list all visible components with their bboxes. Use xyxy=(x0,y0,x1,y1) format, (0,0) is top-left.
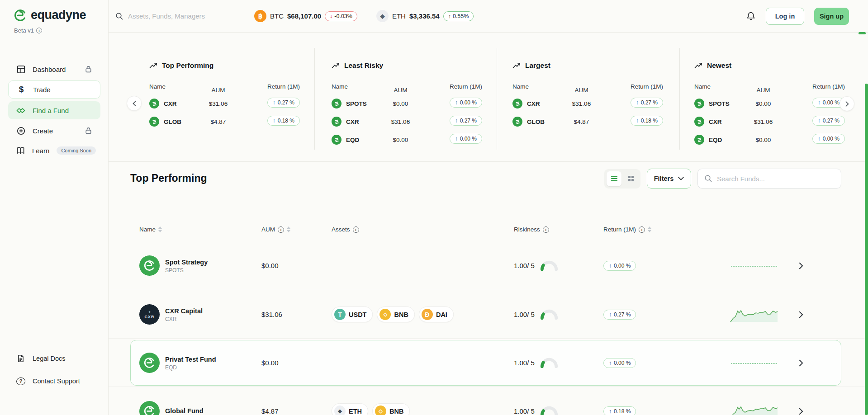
signup-button[interactable]: Sign up xyxy=(814,8,849,25)
arrow-up-icon: ↑ xyxy=(818,136,821,142)
mini-fund-row[interactable]: EQD $0.00 ↑0.00 % xyxy=(332,133,482,146)
plus-circle-icon xyxy=(16,127,25,135)
return-pill: ↑0.27 % xyxy=(631,98,663,108)
help-icon: ? xyxy=(16,377,25,385)
table-controls: Filters xyxy=(604,169,841,189)
info-icon[interactable]: i xyxy=(543,226,549,233)
info-icon[interactable]: i xyxy=(278,226,284,233)
bell-icon[interactable] xyxy=(746,11,756,21)
asset-chip-bnb: ◇BNB xyxy=(377,307,414,322)
info-icon[interactable]: i xyxy=(639,226,645,233)
price-tickers: ฿ BTC $68,107.00 ↓ -0.03% ◆ ETH $3,336.5… xyxy=(254,0,474,32)
sidebar-item-dashboard[interactable]: Dashboard xyxy=(8,61,100,78)
sidebar-item-contact-support[interactable]: ? Contact Support xyxy=(8,373,100,390)
lock-icon xyxy=(85,127,92,135)
sidebar: equadyne Beta v1 i Dashboard xyxy=(0,0,109,415)
view-toggle xyxy=(604,169,640,189)
risk-gauge xyxy=(540,358,558,368)
sidebar-item-find-a-fund[interactable]: Find a Fund xyxy=(8,101,100,119)
mini-fund-row[interactable]: CXR $31.06 ↑0.27 % xyxy=(694,115,845,128)
carousel-prev-button[interactable] xyxy=(127,96,142,111)
sparkline xyxy=(730,307,779,323)
info-icon[interactable]: i xyxy=(353,226,359,233)
dashboard-icon xyxy=(16,65,25,74)
mini-fund-row[interactable]: CXR $31.06 ↑0.27 % xyxy=(332,115,482,128)
return-pill: ↑0.27 % xyxy=(603,310,636,320)
carousel-title: Top Performing xyxy=(162,61,213,70)
return-pill: ↑0.00 % xyxy=(450,134,482,144)
arrow-up-icon: ↑ xyxy=(455,118,458,124)
sort-icon xyxy=(287,226,290,232)
chevron-right-icon[interactable] xyxy=(799,387,803,415)
horizontal-scrollbar[interactable] xyxy=(859,32,866,34)
handshake-icon xyxy=(16,107,25,114)
mini-fund-row[interactable]: GLOB $4.87 ↑0.18 % xyxy=(149,115,300,128)
eth-icon: ◆ xyxy=(376,10,389,22)
chevron-right-icon[interactable] xyxy=(799,241,803,290)
sidebar-item-legal-docs[interactable]: Legal Docs xyxy=(8,350,100,367)
fund-icon xyxy=(332,117,342,127)
vertical-scrollbar[interactable] xyxy=(865,84,868,415)
global-search-input[interactable] xyxy=(128,12,228,20)
mini-fund-row[interactable]: EQD $0.00 ↑0.00 % xyxy=(694,133,845,146)
sparkline xyxy=(730,355,779,371)
carousel-next-button[interactable] xyxy=(840,96,854,111)
carousel-title: Least Risky xyxy=(344,61,383,70)
fund-row[interactable]: Global Fund $4.87 ◆ETH ◇BNB 1.00/ 5 ↑0.1… xyxy=(109,387,868,415)
asset-chip-usdt: TUSDT xyxy=(332,307,373,322)
mini-fund-row[interactable]: GLOB $4.87 ↑0.18 % xyxy=(512,115,663,128)
asset-chip-eth: ◆ETH xyxy=(332,403,368,415)
arrow-up-icon: ↑ xyxy=(636,99,639,106)
column-header-name[interactable]: Name xyxy=(139,226,162,233)
btc-ticker: ฿ BTC $68,107.00 ↓ -0.03% xyxy=(254,10,357,22)
top-bar: ฿ BTC $68,107.00 ↓ -0.03% ◆ ETH $3,336.5… xyxy=(109,0,868,33)
sidebar-item-create[interactable]: Create xyxy=(8,122,100,139)
section-title: Top Performing xyxy=(130,172,207,184)
btc-icon: ฿ xyxy=(254,10,266,22)
list-view-button[interactable] xyxy=(607,171,621,186)
fund-icon xyxy=(332,135,342,145)
sparkline xyxy=(730,258,779,274)
return-pill: ↑0.27 % xyxy=(812,116,845,126)
coming-soon-badge: Coming Soon xyxy=(57,146,96,155)
highlights-carousel: Top Performing Name AUM Return (1M) CXR … xyxy=(109,33,868,162)
column-header-aum[interactable]: AUM i xyxy=(261,226,290,233)
fund-icon xyxy=(332,99,342,108)
arrow-up-icon: ↑ xyxy=(609,311,612,318)
arrow-up-icon: ↑ xyxy=(273,99,275,106)
btc-change-pill: ↓ -0.03% xyxy=(325,11,357,21)
dai-icon: Ð xyxy=(422,309,433,320)
chevron-right-icon[interactable] xyxy=(799,339,803,387)
carousel-column-top-performing: Top Performing Name AUM Return (1M) CXR … xyxy=(149,33,300,162)
fund-row[interactable]: ✦CXR CXR Capital CXR $31.06 TUSDT ◇BNB Ð… xyxy=(109,290,868,338)
arrow-up-icon: ↑ xyxy=(609,408,612,415)
info-icon[interactable]: i xyxy=(36,28,42,33)
fund-row-highlighted[interactable]: Privat Test Fund EQD $0.00 1.00/ 5 ↑0.00… xyxy=(109,338,868,387)
sidebar-item-learn[interactable]: Learn Coming Soon xyxy=(8,142,100,159)
return-pill: ↑0.27 % xyxy=(450,116,482,126)
login-button[interactable]: Log in xyxy=(766,8,804,25)
chevron-right-icon[interactable] xyxy=(799,290,803,339)
risk-gauge xyxy=(540,260,558,271)
asset-chip-bnb: ◇BNB xyxy=(372,403,410,415)
mini-fund-row[interactable]: CXR $31.06 ↑0.27 % xyxy=(149,97,300,110)
mini-fund-row[interactable]: CXR $31.06 ↑0.27 % xyxy=(512,97,663,110)
funds-search-input[interactable] xyxy=(717,175,835,183)
chevron-down-icon xyxy=(678,177,684,180)
mini-fund-row[interactable]: SPOTS $0.00 ↑0.00 % xyxy=(332,97,482,110)
grid-view-button[interactable] xyxy=(623,171,638,186)
filters-button[interactable]: Filters xyxy=(647,169,691,189)
brand-logo[interactable]: equadyne xyxy=(14,8,86,22)
return-pill: ↑0.18 % xyxy=(603,406,636,415)
mini-fund-row[interactable]: SPOTS $0.00 ↑0.00 % xyxy=(694,97,845,110)
arrow-up-icon: ↑ xyxy=(448,13,451,19)
fund-icon xyxy=(512,117,522,127)
sidebar-item-trade[interactable]: $ Trade xyxy=(8,80,100,99)
fund-row[interactable]: Spot Strategy SPOTS $0.00 1.00/ 5 ↑0.00 … xyxy=(109,241,868,290)
dollar-icon: $ xyxy=(17,85,26,94)
arrow-up-icon: ↑ xyxy=(455,136,458,142)
fund-icon xyxy=(694,135,704,145)
column-header-return[interactable]: Return (1M) i xyxy=(603,226,651,233)
asset-chips: ◆ETH ◇BNB xyxy=(332,403,410,415)
return-pill: ↑0.18 % xyxy=(631,116,663,126)
